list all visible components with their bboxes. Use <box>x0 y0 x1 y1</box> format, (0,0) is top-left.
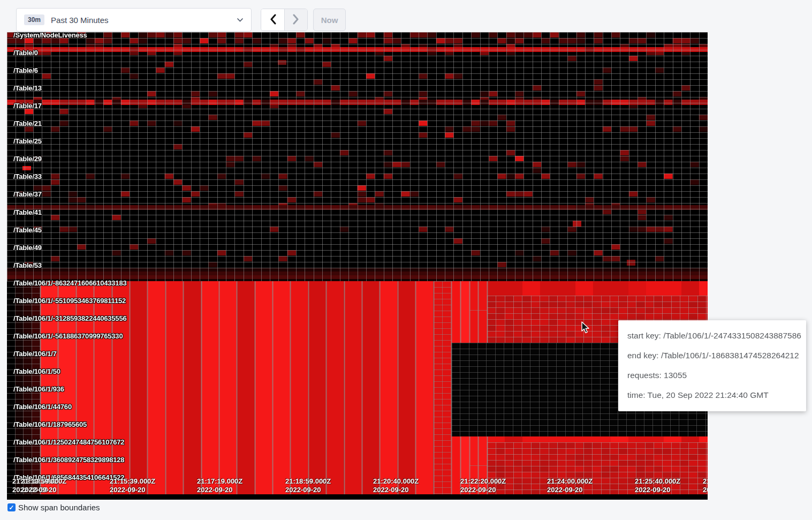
key-visualizer-heatmap[interactable]: /System/NodeLiveness/Table/0/Table/6/Tab… <box>7 32 708 500</box>
chevron-left-icon <box>270 14 276 26</box>
row-label: /Table/25 <box>13 137 42 145</box>
row-label: /Table/41 <box>13 208 42 216</box>
tooltip-requests: requests: 13055 <box>627 365 797 385</box>
x-axis-label: 21:27:20.000Z2022-09-20 <box>703 477 708 494</box>
row-label: /Table/106/1/44760 <box>13 403 72 411</box>
x-axis-label: 21:22:20.000Z2022-09-20 <box>460 477 506 494</box>
x-axis-label: 21:13:59.000Z2022-09-20 <box>21 477 66 494</box>
row-label: /Table/106/1/187965605 <box>13 420 87 428</box>
mouse-cursor-icon <box>580 321 591 336</box>
tooltip-start-key: start key: /Table/106/1/-247433150824388… <box>627 326 797 345</box>
x-axis-label: 21:25:40.000Z2022-09-20 <box>635 477 680 494</box>
x-axis-label: 21:24:00.000Z2022-09-20 <box>547 477 593 494</box>
show-span-boundaries-checkbox[interactable]: ✓ <box>7 503 16 511</box>
row-label: /Table/45 <box>13 226 42 234</box>
time-nav-group <box>261 9 308 31</box>
tooltip-time: time: Tue, 20 Sep 2022 21:24:40 GMT <box>627 385 797 405</box>
time-range-badge: 30m <box>24 14 44 25</box>
heatmap-canvas[interactable] <box>7 32 708 500</box>
chevron-right-icon <box>293 14 299 26</box>
row-label: /Table/13 <box>13 84 42 92</box>
x-axis-label: 21:17:19.000Z2022-09-20 <box>197 477 242 494</box>
time-range-label: Past 30 Minutes <box>51 16 109 25</box>
row-label: /Table/106/1/-3128593822440635556 <box>13 314 126 322</box>
row-label: /Table/106/1/3608924758329898128 <box>13 456 124 464</box>
x-axis-label: 21:18:59.000Z2022-09-20 <box>285 477 331 494</box>
time-range-select[interactable]: 30m Past 30 Minutes <box>16 8 252 32</box>
row-label: /Table/29 <box>13 155 42 163</box>
row-label: /Table/106/1/-561886370999765330 <box>13 332 123 340</box>
row-label: /System/NodeLiveness <box>13 32 87 39</box>
show-span-boundaries-label: Show span boundaries <box>18 503 100 512</box>
row-label: /Table/53 <box>13 261 42 269</box>
row-label: /Table/106/1/-8632471606610433183 <box>13 279 126 287</box>
tooltip-end-key: end key: /Table/106/1/-18683814745282642… <box>627 345 797 365</box>
now-button[interactable]: Now <box>313 9 346 31</box>
row-label: /Table/6 <box>13 66 38 74</box>
row-label: /Table/106/1/1250247484756107672 <box>13 438 124 446</box>
footer-controls: ✓ Show span boundaries <box>7 503 100 512</box>
row-label: /Table/33 <box>13 172 42 180</box>
next-time-button[interactable] <box>284 9 307 31</box>
row-label: /Table/37 <box>13 190 42 198</box>
row-label: /Table/17 <box>13 102 42 110</box>
row-label: /Table/106/1/936 <box>13 385 64 393</box>
row-label: /Table/49 <box>13 244 42 252</box>
row-label: /Table/106/1/7 <box>13 350 57 358</box>
prev-time-button[interactable] <box>261 9 284 31</box>
row-label: /Table/21 <box>13 119 42 127</box>
chevron-down-icon <box>237 15 244 25</box>
row-label: /Table/0 <box>13 49 38 57</box>
x-axis-label: 21:20:40.000Z2022-09-20 <box>373 477 419 494</box>
row-label: /Table/106/1/50 <box>13 367 60 375</box>
row-label: /Table/106/1/-5510953463769811152 <box>13 297 126 305</box>
x-axis-label: 21:15:39.000Z2022-09-20 <box>110 477 155 494</box>
hover-tooltip: start key: /Table/106/1/-247433150824388… <box>618 320 806 411</box>
